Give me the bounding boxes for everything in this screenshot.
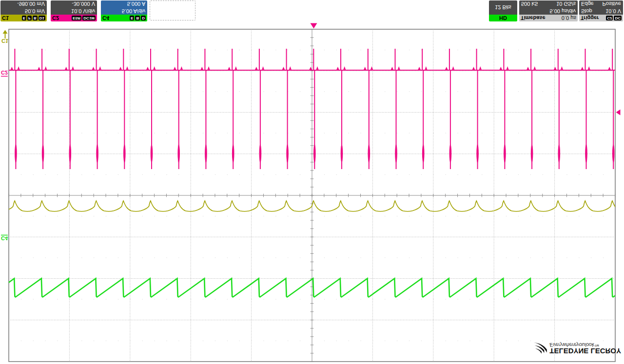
trigger-coupling-badge: DC xyxy=(614,16,622,20)
trigger-mode: Stop xyxy=(581,8,592,15)
timebase-samples: 500 kS xyxy=(521,0,538,7)
timebase-delay: 0.0 µs xyxy=(562,15,576,21)
c1-label: C1 xyxy=(2,15,9,21)
timebase-scale: 5.00 µs/div xyxy=(519,8,578,15)
c2-vdiv: 10.0 V/div xyxy=(51,8,97,15)
trigger-level: 10.0 V xyxy=(605,8,621,15)
trigger-strip: Trigger C2 DC xyxy=(579,15,623,21)
c4-offset: 5.000 A xyxy=(101,0,147,8)
trigger-mode-level: Stop 10.0 V xyxy=(579,8,623,15)
c1-offset: -980.00 mV xyxy=(0,0,47,8)
timebase-title: Timebase xyxy=(521,15,546,21)
c2-zero-label[interactable]: C2 xyxy=(1,70,8,76)
timebase-rate: 10 GS/s xyxy=(556,0,576,7)
scope-display: C2 C4 C1 xyxy=(0,0,624,364)
c4-badge: B xyxy=(135,16,140,20)
trigger-time-marker[interactable] xyxy=(311,23,317,29)
c4-strip: C4 E B D xyxy=(101,15,147,21)
channel-descriptor-c2[interactable]: C2 ESR DC1M 10.0 V/div -30.000 V xyxy=(51,0,97,21)
c1-offscreen-arrow-head xyxy=(3,30,8,34)
c1-badge: F xyxy=(27,16,32,20)
c4-vdiv: 5.00 A/div xyxy=(101,8,147,15)
channel-descriptor-c4[interactable]: C4 E B D 5.00 A/div 5.000 A xyxy=(101,0,147,21)
c2-label: C2 xyxy=(52,15,59,21)
empty-descriptor-slot xyxy=(150,0,195,20)
trigger-source-badge: C2 xyxy=(606,16,613,20)
c4-badge: D xyxy=(141,16,146,20)
c4-label: C4 xyxy=(102,15,109,21)
c1-badge: E xyxy=(22,16,26,20)
c2-badge: DC1M xyxy=(82,16,96,20)
trace-c2 xyxy=(9,49,617,169)
teledyne-lecroy-logo: TELEDYNE LECROY Everywhereyoulook™ xyxy=(533,337,621,360)
c4-zero-label[interactable]: C4 xyxy=(1,235,8,241)
hd-bits: 12 Bits xyxy=(489,0,517,15)
c1-badge: D1 xyxy=(39,16,45,20)
hd-mode-box[interactable]: HD 12 Bits xyxy=(489,0,517,21)
markers: C2 C4 C1 xyxy=(1,23,621,242)
trigger-type: Edge xyxy=(581,0,594,7)
trigger-box[interactable]: Trigger C2 DC Stop 10.0 V Edge Positive xyxy=(579,0,623,21)
graticule xyxy=(9,29,615,362)
hd-strip: HD xyxy=(489,15,517,21)
trigger-title: Trigger xyxy=(581,15,599,21)
trigger-level-marker[interactable] xyxy=(616,110,621,115)
logo-tagline: Everywhereyoulook™ xyxy=(549,342,621,347)
c1-vdiv: 50.0 mV xyxy=(0,8,47,15)
logo-brand: TELEDYNE LECROY xyxy=(549,347,621,355)
c2-badge: ESR xyxy=(72,16,81,20)
teledyne-wings-icon xyxy=(533,340,547,357)
timebase-strip: Timebase 0.0 µs xyxy=(519,15,578,21)
c1-zero-label[interactable]: C1 xyxy=(1,38,8,44)
channel-descriptor-c1[interactable]: C1 E F B D1 50.0 mV -980.00 mV xyxy=(0,0,47,21)
trigger-type-slope: Edge Positive xyxy=(579,0,623,8)
c4-badge: E xyxy=(130,16,134,20)
c2-offset: -30.000 V xyxy=(51,0,97,8)
trigger-slope: Positive xyxy=(602,0,621,7)
c1-badge: B xyxy=(33,16,38,20)
c1-strip: C1 E F B D1 xyxy=(0,15,47,21)
trace-c2-spike-bulges xyxy=(15,144,614,163)
c2-strip: C2 ESR DC1M xyxy=(51,15,97,21)
oscilloscope-screen: C2 C4 C1 C1 E F B D1 50.0 mV -980.00 mV … xyxy=(0,0,624,364)
timebase-acq: 500 kS 10 GS/s xyxy=(519,0,578,8)
timebase-box[interactable]: Timebase 0.0 µs 5.00 µs/div 500 kS 10 GS… xyxy=(519,0,578,21)
hd-label: HD xyxy=(499,15,507,21)
